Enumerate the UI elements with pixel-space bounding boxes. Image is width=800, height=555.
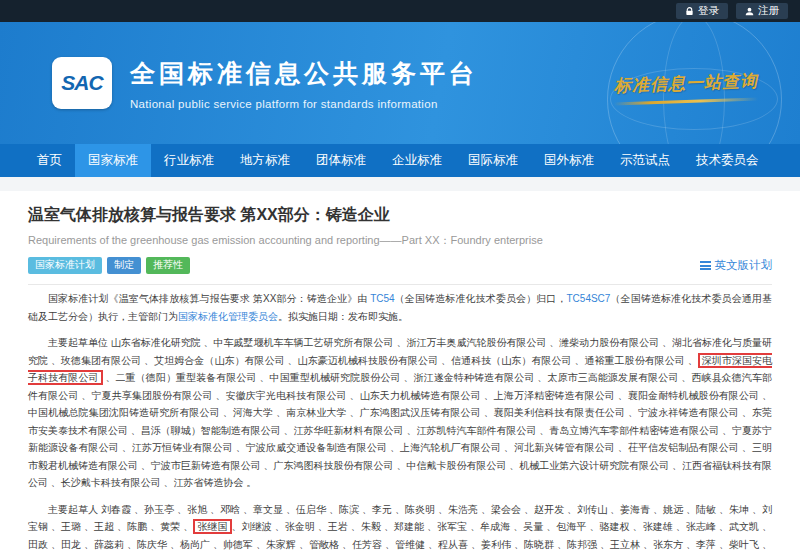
text-segment: 。拟实施日期：发布即实施。 (278, 311, 408, 322)
sac-logo-text: SAC (61, 71, 102, 95)
inline-link[interactable]: TC54SC7 (566, 293, 610, 304)
paragraph-drafting-units: 主要起草单位 山东省标准化研究院 、中车戚墅堰机车车辆工艺研究所有限公司 、浙江… (28, 334, 772, 492)
register-label: 注册 (758, 4, 779, 18)
text-segment: 主要起草单位 山东省标准化研究院 、中车戚墅堰机车车辆工艺研究所有限公司 、浙江… (28, 337, 772, 366)
nav-item[interactable]: 企业标准 (379, 144, 455, 177)
user-icon (745, 7, 754, 16)
site-subtitle-en: National public service platform for sta… (130, 98, 478, 110)
status-badge: 制定 (107, 257, 141, 274)
nav-item[interactable]: 国际标准 (455, 144, 531, 177)
login-label: 登录 (698, 4, 719, 18)
list-icon (700, 260, 711, 272)
sac-logo[interactable]: SAC (52, 57, 112, 109)
register-button[interactable]: 注册 (736, 3, 788, 19)
nav-item[interactable]: 示范试点 (607, 144, 683, 177)
nav-item[interactable]: 行业标准 (151, 144, 227, 177)
red-highlight-box: 张继国 (193, 519, 231, 534)
login-button[interactable]: 登录 (676, 3, 728, 19)
content: 温室气体排放核算与报告要求 第XX部分：铸造企业 Requirements of… (0, 191, 800, 555)
nav-item[interactable]: 首页 (24, 144, 75, 177)
english-version-link[interactable]: 英文版计划 (700, 258, 773, 273)
nav-item[interactable]: 地方标准 (227, 144, 303, 177)
site-header: SAC 全国标准信息公共服务平台 National public service… (0, 22, 800, 144)
page-subtitle-en: Requirements of the greenhouse gas emiss… (28, 233, 772, 248)
slogan-text: 标准信息一站查询 (614, 69, 759, 97)
nav-item[interactable]: 国家标准 (75, 144, 151, 177)
nav-item[interactable]: 团体标准 (303, 144, 379, 177)
inline-link[interactable]: 国家标准化管理委员会 (178, 311, 278, 322)
divider (28, 284, 772, 285)
text-segment: 、二重（德阳）重型装备有限公司 、中国重型机械研究院股份公司 、浙江遂金特种铸造… (28, 372, 772, 488)
slogan: 标准信息一站查询 (614, 72, 758, 103)
page-root: 登录 注册 SAC 全国标准信息公共服务平台 National public s… (0, 0, 800, 555)
page-title: 温室气体排放核算与报告要求 第XX部分：铸造企业 (28, 205, 772, 226)
status-badge: 推荐性 (146, 257, 190, 274)
main-nav: 首页国家标准行业标准地方标准团体标准企业标准国际标准国外标准示范试点技术委员会 (0, 144, 800, 177)
text-segment: 国家标准计划《温室气体排放核算与报告要求 第XX部分：铸造企业》由 (48, 293, 370, 304)
status-badge: 国家标准计划 (28, 257, 102, 274)
topbar: 登录 注册 (0, 0, 800, 22)
header-titles: 全国标准信息公共服务平台 National public service pla… (130, 57, 478, 110)
paragraph-drafters: 主要起草人 刘春霞 、孙玉亭 、张旭 、邓晗 、章文显 、伍启华 、陈滨 、李元… (28, 501, 772, 555)
nav-item[interactable]: 国外标准 (531, 144, 607, 177)
nav-item[interactable]: 技术委员会 (683, 144, 772, 177)
inline-link[interactable]: TC54 (370, 293, 394, 304)
lock-icon (685, 7, 694, 16)
meta-row: 国家标准计划制定推荐性 英文版计划 (28, 257, 772, 274)
text-segment: （全国铸造标准化技术委员会）归口， (395, 293, 567, 304)
content-separator (0, 177, 800, 191)
paragraph-plan-info: 国家标准计划《温室气体排放核算与报告要求 第XX部分：铸造企业》由 TC54（全… (28, 290, 772, 325)
english-version-label: 英文版计划 (715, 258, 773, 273)
badge-row: 国家标准计划制定推荐性 (28, 257, 195, 274)
site-title: 全国标准信息公共服务平台 (130, 57, 478, 90)
